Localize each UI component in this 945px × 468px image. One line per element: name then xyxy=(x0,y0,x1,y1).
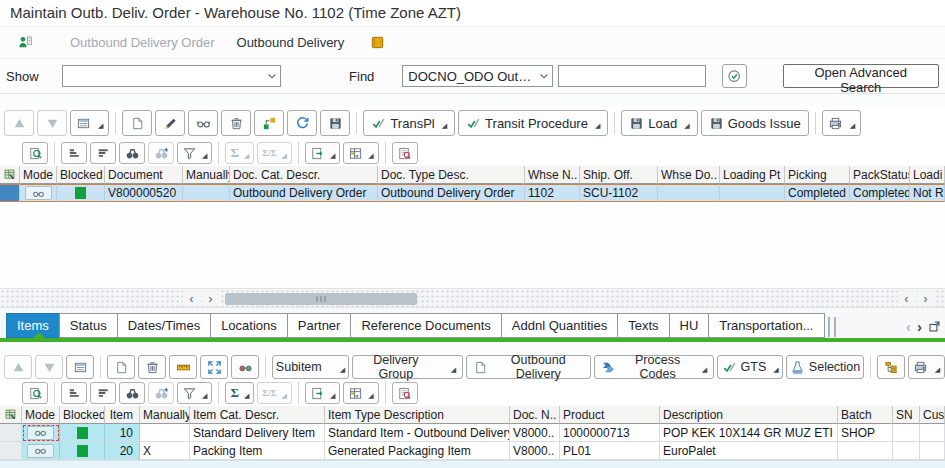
select-all-header[interactable] xyxy=(0,166,20,184)
column-header-cus[interactable]: Cus xyxy=(920,406,945,424)
mode-cell[interactable] xyxy=(20,184,57,202)
column-header-loading-pt[interactable]: Loading Pt xyxy=(720,166,785,184)
cell-doc-type-desc[interactable]: Outbound Delivery Order xyxy=(378,184,525,202)
load-button[interactable]: Load◢ xyxy=(621,110,697,136)
sort-descending-button[interactable] xyxy=(90,382,116,404)
tab-addnl-quantities[interactable]: Addnl Quantities xyxy=(501,313,618,338)
details-menu-button[interactable]: ◢ xyxy=(70,110,109,136)
find-category-dropdown[interactable]: DOCNO_ODO Outbound... xyxy=(402,65,553,87)
print-preview-button[interactable] xyxy=(392,142,418,164)
measurement-button[interactable] xyxy=(169,355,197,379)
column-header-batch[interactable]: Batch xyxy=(838,406,893,424)
column-header-mode[interactable]: Mode xyxy=(20,166,57,184)
filter-button[interactable]: ◢ xyxy=(177,142,212,164)
toggle-display-change-button[interactable] xyxy=(231,355,259,379)
sort-ascending-button[interactable] xyxy=(61,142,87,164)
find-button[interactable] xyxy=(119,142,145,164)
cell-loading-pt[interactable] xyxy=(720,184,785,202)
previous-document-button[interactable] xyxy=(4,110,34,136)
expand-all-button[interactable] xyxy=(200,355,228,379)
find-in-document-button[interactable] xyxy=(22,382,48,404)
find-next-button[interactable] xyxy=(148,142,174,164)
tab-dates-times[interactable]: Dates/Times xyxy=(117,313,211,338)
cell-product[interactable]: PL01 xyxy=(560,442,660,460)
column-header-whse-n[interactable]: Whse N.. xyxy=(525,166,580,184)
link-outbound-delivery[interactable]: Outbound Delivery xyxy=(237,35,345,50)
column-header-blocked[interactable]: Blocked xyxy=(57,166,105,184)
scroll-right-button-2[interactable]: › xyxy=(917,291,934,306)
tab-texts[interactable]: Texts xyxy=(617,313,669,338)
export-button[interactable]: ◢ xyxy=(305,382,340,404)
cell-whse-n[interactable]: 1102 xyxy=(525,184,580,202)
tab-reference-documents[interactable]: Reference Documents xyxy=(350,313,501,338)
table-row[interactable]: 10Standard Delivery ItemStandard Item - … xyxy=(0,424,945,442)
tab-status[interactable]: Status xyxy=(59,313,118,338)
scroll-left-button-2[interactable]: ‹ xyxy=(898,291,915,306)
save-button[interactable] xyxy=(320,110,350,136)
selection-button[interactable]: Selection xyxy=(786,355,864,379)
assign-button[interactable] xyxy=(254,110,284,136)
column-header-sn[interactable]: SN xyxy=(893,406,920,424)
column-header-doc-n[interactable]: Doc. N.. xyxy=(510,406,560,424)
cell-picking[interactable]: Completed xyxy=(785,184,850,202)
cell-sn[interactable] xyxy=(893,424,920,442)
item-details-button[interactable] xyxy=(66,355,94,379)
outbound-delivery-button[interactable]: Outbound Delivery xyxy=(466,355,591,379)
process-codes-button[interactable]: Process Codes◢ xyxy=(594,355,714,379)
transpl-button[interactable]: TransPl◢ xyxy=(363,110,455,136)
delete-button[interactable] xyxy=(221,110,251,136)
tab-scroll-right-button[interactable]: › xyxy=(917,319,922,334)
print-preview-button[interactable] xyxy=(392,382,418,404)
delivery-group-button[interactable]: Delivery Group◢ xyxy=(352,355,463,379)
item-create-button[interactable] xyxy=(107,355,135,379)
start-search-button[interactable] xyxy=(722,64,746,88)
tab-hu[interactable]: HU xyxy=(669,313,710,338)
user-settings-button[interactable] xyxy=(10,30,40,56)
item-delete-button[interactable] xyxy=(138,355,166,379)
column-header-item-cat-descr[interactable]: Item Cat. Descr. xyxy=(190,406,325,424)
subtotal-button[interactable]: Σ/Σ◢ xyxy=(257,382,292,404)
display-mode-button[interactable] xyxy=(27,444,54,458)
next-document-button[interactable] xyxy=(37,110,67,136)
tab-partner[interactable]: Partner xyxy=(287,313,352,338)
cell-ship-off[interactable]: SCU-1102 xyxy=(580,184,658,202)
sort-descending-button[interactable] xyxy=(90,142,116,164)
cell-manually[interactable] xyxy=(183,184,230,202)
cell-description[interactable]: EuroPalet xyxy=(660,442,838,460)
cell-item[interactable]: 10 xyxy=(105,424,140,442)
cell-product[interactable]: 1000000713 xyxy=(560,424,660,442)
cell-description[interactable]: POP KEK 10X144 GR MUZ ETI xyxy=(660,424,838,442)
column-header-whse-do[interactable]: Whse Do.. xyxy=(658,166,720,184)
column-header-doc-type-desc[interactable]: Doc. Type Desc. xyxy=(378,166,525,184)
row-selector[interactable] xyxy=(0,442,22,460)
find-in-document-button[interactable] xyxy=(22,142,48,164)
column-header-packstatus[interactable]: PackStatus xyxy=(850,166,910,184)
column-header-ship-off[interactable]: Ship. Off. xyxy=(580,166,658,184)
cell-manually[interactable]: X xyxy=(140,442,190,460)
item-down-button[interactable] xyxy=(35,355,63,379)
column-header-item[interactable]: Item xyxy=(105,406,140,424)
subtotal-button[interactable]: Σ/Σ◢ xyxy=(257,142,292,164)
blocked-cell[interactable] xyxy=(60,424,105,442)
column-header-loadi[interactable]: Loadi xyxy=(910,166,945,184)
cell-item[interactable]: 20 xyxy=(105,442,140,460)
column-header-description[interactable]: Description xyxy=(660,406,838,424)
scroll-left-button[interactable]: ‹ xyxy=(183,291,200,306)
goods-issue-button[interactable]: Goods Issue xyxy=(701,110,809,136)
select-all-header[interactable] xyxy=(0,406,22,424)
scrollbar-thumb[interactable] xyxy=(225,293,417,305)
display-mode-button[interactable] xyxy=(27,426,54,440)
find-next-button[interactable] xyxy=(148,382,174,404)
cell-doc-cat-descr[interactable]: Outbound Delivery Order xyxy=(230,184,378,202)
column-header-manually[interactable]: Manually xyxy=(140,406,190,424)
create-button[interactable] xyxy=(122,110,152,136)
hierarchy-button[interactable] xyxy=(877,355,905,379)
blocked-cell[interactable] xyxy=(60,442,105,460)
mode-cell[interactable] xyxy=(22,442,60,460)
layout-button[interactable]: ◢ xyxy=(343,142,378,164)
cell-manually[interactable] xyxy=(140,424,190,442)
edit-button[interactable] xyxy=(155,110,185,136)
cell-cus[interactable] xyxy=(920,424,945,442)
column-header-doc-cat-descr[interactable]: Doc. Cat. Descr. xyxy=(230,166,378,184)
show-dropdown[interactable] xyxy=(62,65,282,87)
